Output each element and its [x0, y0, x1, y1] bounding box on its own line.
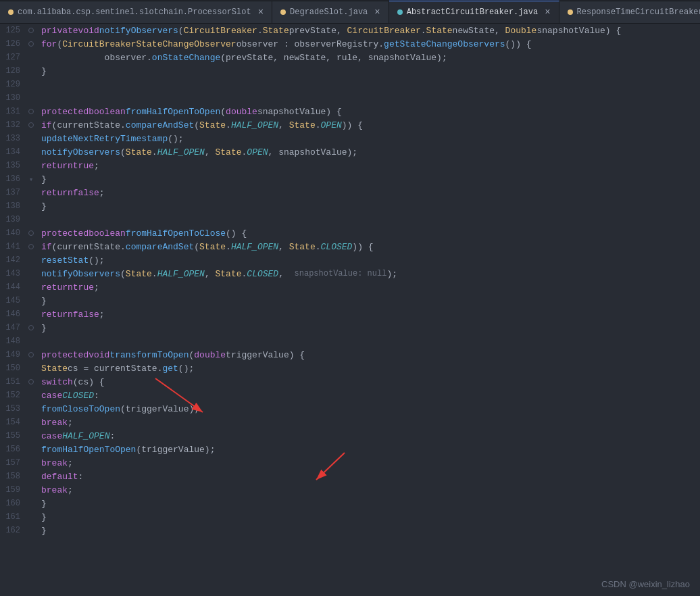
code-line: }: [40, 321, 700, 334]
gutter-row: 139: [0, 213, 37, 226]
gutter-row: 126: [0, 37, 37, 51]
line-number: 130: [0, 93, 26, 103]
gutter-icon: [26, 352, 36, 357]
debug-icon: [28, 28, 34, 33]
code-line: State cs = currentState.get();: [40, 362, 700, 375]
gutter-row: 134: [0, 145, 37, 159]
line-number: 159: [0, 485, 26, 495]
code-line: case HALF_OPEN:: [40, 429, 700, 443]
gutter-row: 148: [0, 334, 37, 348]
code-line: if (currentState.compareAndSet(State.HAL…: [40, 240, 700, 253]
gutter-row: 143: [0, 267, 37, 280]
gutter-row: 159: [0, 483, 37, 497]
gutter-row: 140: [0, 226, 37, 240]
line-number: 137: [0, 188, 26, 197]
code-line: }: [40, 497, 700, 510]
code-line: fromHalfOpenToOpen(triggerValue);: [40, 443, 700, 456]
gutter-row: 130: [0, 91, 37, 105]
gutter-row: 152: [0, 389, 37, 402]
code-line: notifyObservers(State.HALF_OPEN, State.O…: [40, 145, 700, 159]
gutter-row: 161: [0, 510, 37, 524]
code-line: }: [40, 510, 700, 524]
line-number: 134: [0, 147, 26, 157]
gutter-row: 128: [0, 64, 37, 78]
code-line: case CLOSED:: [40, 389, 700, 402]
code-line: notifyObservers(State.HALF_OPEN, State.C…: [40, 267, 700, 280]
tab-degradeslot[interactable]: DegradeSlot.java ×: [272, 1, 389, 23]
line-number: 131: [0, 107, 26, 116]
line-number: 153: [0, 404, 26, 414]
code-line: protected void transformToOpen(double tr…: [40, 348, 700, 362]
line-number: 147: [0, 323, 26, 332]
line-number: 125: [0, 26, 26, 35]
line-number: 150: [0, 364, 26, 373]
gutter-icon: ▾: [26, 175, 36, 184]
debug-icon: [28, 41, 34, 47]
gutter-row: 137: [0, 186, 37, 199]
gutter-row: 145: [0, 294, 37, 307]
gutter-row: 132: [0, 118, 37, 132]
debug-icon: [28, 352, 34, 357]
code-line: observer.onStateChange(prevState, newSta…: [40, 51, 700, 64]
code-line: }: [40, 199, 700, 213]
code-line: return true;: [40, 280, 700, 294]
line-number: 154: [0, 418, 26, 427]
line-number: 128: [0, 66, 26, 76]
debug-icon: [28, 325, 34, 330]
tab-dot-orange2: [280, 9, 286, 15]
line-number: 162: [0, 526, 26, 535]
gutter-row: 154: [0, 416, 37, 429]
line-number: 149: [0, 350, 26, 359]
code-line: [40, 78, 700, 91]
gutter-row: 155: [0, 429, 37, 443]
tab-abstractcircuitbreaker[interactable]: AbstractCircuitBreaker.java ×: [389, 1, 559, 23]
line-number: 157: [0, 458, 26, 468]
gutter-icon: [26, 41, 36, 47]
debug-icon: [28, 230, 34, 236]
line-number: 129: [0, 80, 26, 89]
line-number: 146: [0, 309, 26, 319]
code-line: return false;: [40, 186, 700, 199]
line-number: 132: [0, 120, 26, 130]
code-line: protected boolean fromHalfOpenToOpen(dou…: [40, 105, 700, 118]
code-content[interactable]: private void notifyObservers(CircuitBrea…: [37, 24, 700, 596]
gutter-row: 142: [0, 253, 37, 267]
code-line: }: [40, 294, 700, 307]
gutter-row: 147: [0, 321, 37, 334]
line-number: 144: [0, 282, 26, 292]
line-number: 158: [0, 472, 26, 481]
gutter-row: 135: [0, 159, 37, 172]
gutter: 125126127128129130131132133134135136▾137…: [0, 24, 37, 596]
code-line: default:: [40, 470, 700, 483]
gutter-row: 150: [0, 362, 37, 375]
fold-icon[interactable]: ▾: [29, 175, 34, 184]
code-area: 125126127128129130131132133134135136▾137…: [0, 24, 700, 596]
gutter-row: 133: [0, 132, 37, 145]
tab-label-degradeslot: DegradeSlot.java: [290, 7, 368, 17]
tab-close-processorslot[interactable]: ×: [258, 7, 264, 18]
tab-label-responsetimecircuitbreaker: ResponseTimeCircuitBreaker.java: [577, 7, 700, 17]
line-number: 161: [0, 512, 26, 522]
code-line: if (currentState.compareAndSet(State.HAL…: [40, 118, 700, 132]
tab-responsetimecircuitbreaker[interactable]: ResponseTimeCircuitBreaker.java ×: [559, 1, 700, 23]
gutter-row: 158: [0, 470, 37, 483]
gutter-icon: [26, 122, 36, 128]
gutter-row: 138: [0, 199, 37, 213]
gutter-row: 162: [0, 524, 37, 537]
gutter-row: 129: [0, 78, 37, 91]
line-number: 139: [0, 215, 26, 224]
tab-dot-teal: [397, 9, 403, 15]
line-number: 145: [0, 296, 26, 305]
line-number: 136: [0, 174, 26, 184]
debug-icon: [28, 244, 34, 249]
gutter-row: 136▾: [0, 172, 37, 186]
tab-processorslot[interactable]: com.alibaba.csp.sentinel.slotchain.Proce…: [0, 1, 272, 23]
line-number: 126: [0, 39, 26, 49]
line-number: 133: [0, 134, 26, 143]
gutter-row: 160: [0, 497, 37, 510]
gutter-row: 131: [0, 105, 37, 118]
gutter-row: 151: [0, 375, 37, 389]
tab-close-abstractcircuitbreaker[interactable]: ×: [545, 7, 550, 18]
line-number: 152: [0, 391, 26, 400]
tab-close-degradeslot[interactable]: ×: [374, 7, 380, 18]
